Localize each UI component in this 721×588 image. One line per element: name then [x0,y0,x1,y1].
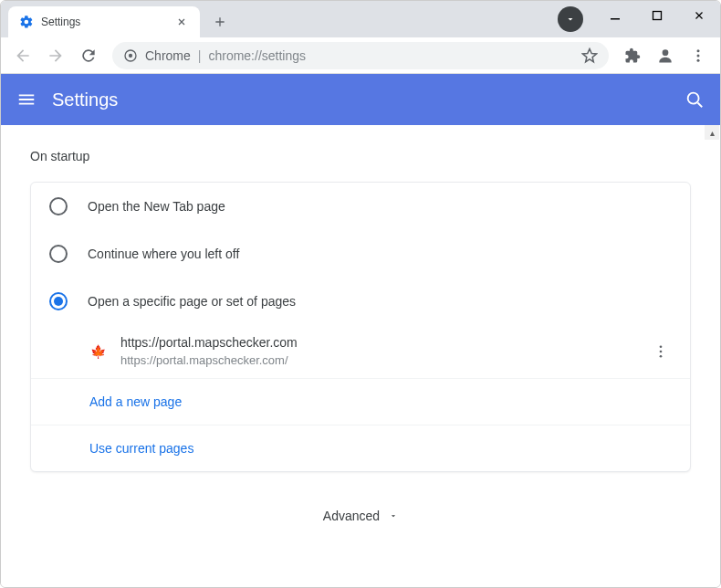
reload-button[interactable] [74,41,103,70]
settings-app-header: Settings [1,74,720,125]
gear-icon [19,15,34,29]
profile-badge-icon[interactable] [558,6,583,32]
radio-row-new-tab[interactable]: Open the New Tab page [31,183,690,230]
add-new-page-link[interactable]: Add a new page [89,394,182,409]
svg-point-5 [697,49,700,52]
radio-continue[interactable] [49,245,68,263]
svg-point-4 [663,49,669,56]
svg-rect-1 [653,12,662,20]
page-info: https://portal.mapschecker.com https://p… [120,334,635,369]
chrome-page-icon [123,48,138,63]
startup-page-title: https://portal.mapschecker.com [120,334,635,352]
tab-title: Settings [41,16,167,28]
close-tab-button[interactable] [174,15,189,29]
use-current-pages-row[interactable]: Use current pages [31,425,690,471]
startup-card: Open the New Tab page Continue where you… [30,182,691,472]
close-window-button[interactable] [678,1,720,30]
startup-page-url: https://portal.mapschecker.com/ [120,352,635,369]
svg-point-6 [697,54,700,57]
search-icon[interactable] [684,89,705,110]
advanced-label: Advanced [323,509,380,523]
svg-rect-0 [611,18,620,20]
window-controls [558,1,720,37]
radio-label: Open a specific page or set of pages [88,294,296,309]
extensions-button[interactable] [618,41,647,70]
omnibox-url: chrome://settings [208,48,574,63]
radio-label: Continue where you left off [88,247,239,261]
svg-point-7 [697,58,700,61]
settings-content: On startup Open the New Tab page Continu… [1,125,720,560]
svg-point-9 [660,345,663,348]
advanced-toggle[interactable]: Advanced [8,509,713,523]
forward-button[interactable] [41,41,70,70]
svg-point-10 [660,351,663,353]
window-titlebar: Settings [1,1,720,37]
browser-tab[interactable]: Settings [8,6,200,37]
startup-page-entry: 🍁 https://portal.mapschecker.com https:/… [31,325,690,378]
minimize-button[interactable] [594,1,636,30]
profile-button[interactable] [651,41,680,70]
new-tab-button[interactable] [207,9,233,35]
omnibox-chip: Chrome [145,48,191,63]
browser-toolbar: Chrome | chrome://settings [1,37,720,74]
settings-content-scroll[interactable]: On startup Open the New Tab page Continu… [1,125,720,587]
radio-new-tab[interactable] [49,197,68,215]
back-button[interactable] [8,41,37,70]
radio-specific[interactable] [49,292,68,310]
menu-icon[interactable] [16,89,37,110]
scrollbar-up-icon[interactable]: ▴ [705,125,719,140]
svg-point-11 [660,355,663,358]
maximize-button[interactable] [636,1,678,30]
svg-point-8 [688,93,699,104]
bookmark-star-icon[interactable] [581,47,598,64]
omnibox-separator: | [198,48,202,63]
use-current-pages-link[interactable]: Use current pages [89,441,193,456]
address-bar[interactable]: Chrome | chrome://settings [112,42,609,69]
menu-button[interactable] [684,41,713,70]
page-entry-menu-button[interactable] [650,341,672,362]
section-title-startup: On startup [8,136,713,182]
radio-row-specific[interactable]: Open a specific page or set of pages [31,278,690,325]
page-favicon-icon: 🍁 [89,343,106,360]
svg-point-3 [129,53,132,57]
add-new-page-row[interactable]: Add a new page [31,378,690,425]
radio-label: Open the New Tab page [88,199,225,214]
settings-title: Settings [52,89,669,110]
radio-row-continue[interactable]: Continue where you left off [31,230,690,278]
chevron-down-icon [389,511,398,520]
